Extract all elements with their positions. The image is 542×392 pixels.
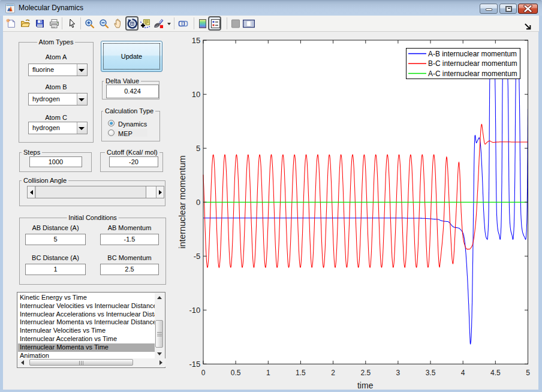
svg-text:3: 3 <box>396 369 401 377</box>
svg-text:4: 4 <box>461 369 465 377</box>
svg-text:1.5: 1.5 <box>296 369 306 377</box>
svg-text:15: 15 <box>192 36 200 45</box>
svg-text:3.5: 3.5 <box>426 369 436 377</box>
svg-text:1: 1 <box>266 369 270 377</box>
svg-text:2.5: 2.5 <box>360 369 371 377</box>
svg-text:-5: -5 <box>194 252 201 261</box>
svg-text:0: 0 <box>201 369 206 377</box>
svg-text:0.5: 0.5 <box>231 369 241 377</box>
svg-text:4.5: 4.5 <box>490 369 501 377</box>
svg-text:A-B internuclear momentum: A-B internuclear momentum <box>428 50 517 58</box>
svg-text:0: 0 <box>196 198 200 207</box>
svg-text:10: 10 <box>192 90 200 99</box>
svg-text:-10: -10 <box>189 306 201 315</box>
svg-text:internuclear momentum: internuclear momentum <box>177 155 187 248</box>
svg-text:5: 5 <box>196 144 200 153</box>
svg-text:time: time <box>357 381 374 390</box>
svg-text:A-C internuclear momentum: A-C internuclear momentum <box>428 70 517 78</box>
svg-text:2: 2 <box>331 369 335 377</box>
svg-text:5: 5 <box>526 369 530 377</box>
svg-text:-15: -15 <box>189 360 201 369</box>
svg-text:B-C internuclear momentum: B-C internuclear momentum <box>428 59 517 68</box>
